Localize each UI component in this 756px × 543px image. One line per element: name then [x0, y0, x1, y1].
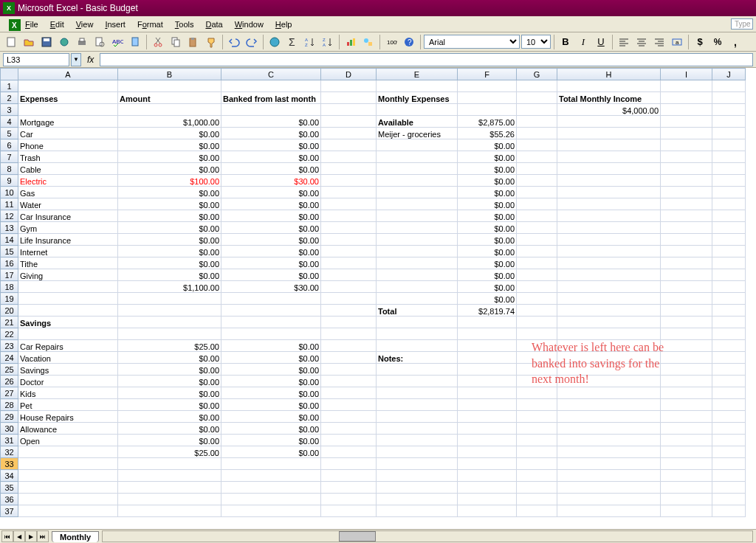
row-header[interactable]: 14 — [1, 234, 18, 246]
cell[interactable]: $0.00 — [118, 387, 221, 399]
cell[interactable] — [221, 293, 321, 305]
cell[interactable]: $25.00 — [118, 340, 221, 352]
cell[interactable] — [377, 163, 458, 175]
row-header[interactable]: 28 — [1, 399, 18, 411]
cell[interactable]: Tithe — [18, 257, 118, 269]
cell[interactable]: Open — [18, 435, 118, 446]
cell[interactable] — [661, 446, 712, 458]
cell[interactable] — [377, 257, 458, 269]
menu-data[interactable]: Data — [199, 18, 228, 30]
row-header[interactable]: 35 — [1, 482, 18, 494]
cell[interactable] — [557, 210, 661, 222]
cell[interactable] — [118, 505, 221, 517]
cell[interactable] — [661, 151, 712, 163]
cell[interactable] — [321, 446, 377, 458]
cell[interactable] — [458, 446, 517, 458]
cell[interactable]: $1,000.00 — [118, 116, 221, 128]
cell[interactable]: $25.00 — [118, 446, 221, 458]
cell[interactable] — [517, 116, 557, 128]
row-header[interactable]: 6 — [1, 139, 18, 151]
align-center-icon[interactable] — [633, 34, 650, 50]
row-header[interactable]: 24 — [1, 352, 18, 364]
cell[interactable] — [712, 269, 746, 281]
cell[interactable]: $0.00 — [118, 352, 221, 364]
cell[interactable] — [321, 175, 377, 187]
redo-icon[interactable] — [244, 34, 260, 50]
cell[interactable] — [557, 458, 661, 470]
cell[interactable] — [18, 470, 118, 482]
menu-tools[interactable]: Tools — [169, 18, 200, 30]
cell[interactable]: Allowance — [18, 423, 118, 435]
cell[interactable] — [517, 198, 557, 210]
cell[interactable]: Doctor — [18, 376, 118, 387]
cell[interactable] — [321, 470, 377, 482]
cell[interactable] — [18, 281, 118, 293]
row-header[interactable]: 10 — [1, 187, 18, 198]
cell[interactable] — [557, 128, 661, 139]
cell[interactable] — [712, 387, 746, 399]
cell[interactable] — [377, 387, 458, 399]
cell[interactable] — [321, 435, 377, 446]
cell[interactable] — [458, 423, 517, 435]
cell[interactable] — [517, 246, 557, 257]
cell[interactable]: $0.00 — [221, 352, 321, 364]
menu-edit[interactable]: Edit — [44, 18, 70, 30]
cell[interactable] — [712, 104, 746, 116]
cell[interactable]: Car Repairs — [18, 340, 118, 352]
cell[interactable] — [557, 317, 661, 328]
cell[interactable] — [221, 328, 321, 340]
cell[interactable] — [661, 104, 712, 116]
cell[interactable] — [661, 257, 712, 269]
cell[interactable] — [712, 139, 746, 151]
cell[interactable] — [712, 222, 746, 234]
cell[interactable] — [661, 139, 712, 151]
cell[interactable] — [517, 305, 557, 317]
cell[interactable] — [661, 411, 712, 423]
row-header[interactable]: 8 — [1, 163, 18, 175]
cell[interactable] — [18, 328, 118, 340]
cell[interactable] — [321, 281, 377, 293]
cell[interactable] — [321, 222, 377, 234]
cut-icon[interactable] — [150, 34, 166, 50]
cell[interactable] — [557, 328, 661, 340]
cell[interactable] — [321, 399, 377, 411]
align-left-icon[interactable] — [616, 34, 632, 50]
cell[interactable] — [517, 104, 557, 116]
cell[interactable] — [221, 470, 321, 482]
cell[interactable] — [661, 234, 712, 246]
cell[interactable] — [557, 446, 661, 458]
cell[interactable]: $100.00 — [118, 175, 221, 187]
align-right-icon[interactable] — [651, 34, 667, 50]
drawing-icon[interactable] — [360, 34, 377, 50]
cell[interactable] — [321, 340, 377, 352]
bold-icon[interactable]: B — [557, 34, 574, 50]
cell[interactable]: $0.00 — [221, 139, 321, 151]
cell[interactable] — [377, 104, 458, 116]
row-header[interactable]: 4 — [1, 116, 18, 128]
cell[interactable]: $0.00 — [118, 246, 221, 257]
cell[interactable]: $4,000.00 — [557, 104, 661, 116]
cell[interactable] — [661, 458, 712, 470]
cell[interactable] — [661, 328, 712, 340]
cell[interactable] — [18, 482, 118, 494]
cell[interactable] — [458, 80, 517, 92]
cell[interactable] — [712, 198, 746, 210]
cell[interactable]: Mortgage — [18, 116, 118, 128]
cell[interactable] — [557, 494, 661, 505]
col-header-C[interactable]: C — [221, 69, 321, 80]
cell[interactable] — [458, 340, 517, 352]
cell[interactable]: $0.00 — [118, 411, 221, 423]
cell[interactable] — [321, 494, 377, 505]
spreadsheet-grid[interactable]: ABCDEFGHIJ 12ExpensesAmountBanked from l… — [0, 68, 756, 529]
row-header[interactable]: 13 — [1, 222, 18, 234]
cell[interactable] — [557, 175, 661, 187]
cell[interactable] — [321, 423, 377, 435]
cell[interactable] — [221, 505, 321, 517]
cell[interactable]: $0.00 — [458, 234, 517, 246]
cell[interactable] — [517, 387, 557, 399]
cell[interactable]: Expenses — [18, 92, 118, 104]
col-header-G[interactable]: G — [517, 69, 557, 80]
row-header[interactable]: 11 — [1, 198, 18, 210]
menu-window[interactable]: Window — [229, 18, 269, 30]
cell[interactable] — [377, 317, 458, 328]
